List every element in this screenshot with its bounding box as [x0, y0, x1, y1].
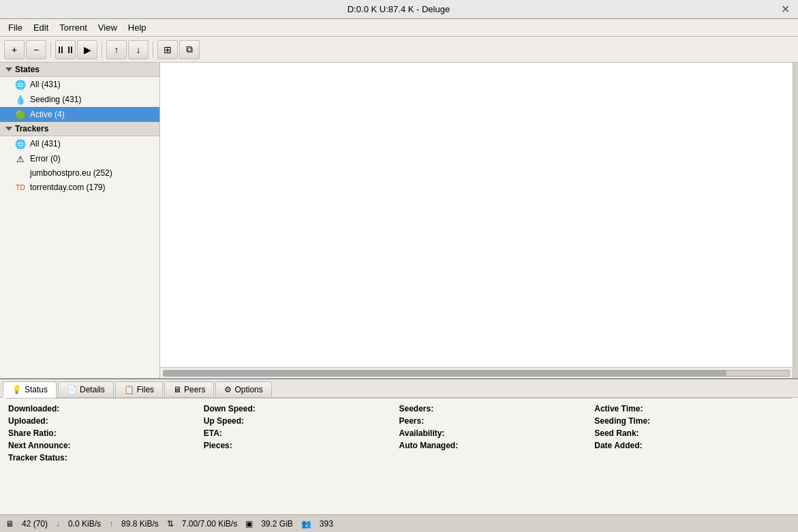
toolbar-separator-6: [153, 42, 153, 58]
status-field-seeders-: Seeders:: [399, 404, 595, 413]
status-column-col1: Downloaded:Uploaded:Share Ratio:Next Ann…: [8, 404, 204, 463]
sidebar-item-torrentday[interactable]: TDtorrentday.com (179): [0, 180, 159, 195]
menu-item-torrent[interactable]: Torrent: [54, 21, 92, 34]
sidebar-icon-all: 🌐: [15, 79, 26, 90]
up-speed: 89.8 KiB/s: [121, 519, 159, 529]
tab-label-details: Details: [80, 385, 105, 394]
sidebar-label-seeding: Seeding (431): [30, 95, 81, 104]
torrent-list: [160, 63, 793, 367]
status-label: Pieces:: [204, 441, 232, 450]
states-label: States: [15, 65, 40, 74]
sidebar-item-trackers_all[interactable]: 🌐All (431): [0, 136, 159, 151]
status-label: Date Added:: [594, 441, 642, 450]
trackers-collapse-icon: [5, 127, 12, 131]
status-label: Tracker Status:: [8, 453, 67, 463]
status-label: Auto Managed:: [399, 441, 459, 450]
connections-icon: 🖥: [5, 519, 14, 529]
down-speed: 0.0 KiB/s: [68, 519, 101, 529]
toolbar-btn-move_up[interactable]: ↑: [106, 40, 127, 59]
bottom-panel: 💡Status📄Details📋Files🖥Peers⚙Options Down…: [0, 378, 798, 514]
states-collapse-icon: [5, 67, 12, 72]
scrollbar-track[interactable]: [163, 370, 790, 377]
status-column-col3: Seeders:Peers:Availability:Auto Managed:: [399, 404, 595, 463]
tab-options[interactable]: ⚙Options: [215, 381, 271, 397]
sidebar-item-all[interactable]: 🌐All (431): [0, 77, 159, 92]
status-fields: Downloaded:Uploaded:Share Ratio:Next Ann…: [0, 398, 798, 468]
trackers-label: Trackers: [15, 124, 48, 134]
tab-details[interactable]: 📄Details: [58, 381, 114, 397]
down-speed-icon: ↓: [56, 519, 60, 529]
sidebar-item-seeding[interactable]: 💧Seeding (431): [0, 92, 159, 107]
tab-files[interactable]: 📋Files: [115, 381, 163, 397]
status-field-seeding-time-: Seeding Time:: [594, 416, 790, 426]
toolbar-btn-move_down[interactable]: ↓: [128, 40, 149, 59]
toolbar-btn-pause_all[interactable]: ⏸⏸: [55, 40, 76, 59]
tab-status[interactable]: 💡Status: [3, 381, 57, 398]
tab-icon-options: ⚙: [224, 385, 232, 394]
horizontal-scrollbar[interactable]: [160, 367, 793, 378]
disk-icon: ▣: [245, 519, 253, 529]
peers-icon: 👥: [301, 519, 311, 529]
menu-item-view[interactable]: View: [93, 21, 123, 34]
transfer-icon: ⇅: [167, 519, 174, 529]
status-label: Peers:: [399, 416, 425, 426]
tab-icon-peers: 🖥: [173, 385, 181, 394]
tab-peers[interactable]: 🖥Peers: [164, 381, 214, 397]
status-label: Seed Rank:: [594, 428, 639, 438]
toolbar-btn-preferences[interactable]: ⊞: [157, 40, 178, 59]
status-field-availability-: Availability:: [399, 428, 595, 438]
sidebar-label-trackers_all: All (431): [30, 139, 61, 148]
scrollbar-thumb: [164, 371, 726, 376]
close-button[interactable]: ✕: [778, 3, 793, 16]
sidebar-item-active[interactable]: 🟢Active (4): [0, 107, 159, 122]
status-label: Up Speed:: [204, 416, 244, 426]
toolbar-btn-resume[interactable]: ▶: [77, 40, 97, 59]
sidebar-icon-active: 🟢: [15, 109, 26, 120]
toolbar-btn-remove[interactable]: −: [26, 40, 46, 59]
status-column-col2: Down Speed:Up Speed:ETA:Pieces:: [204, 404, 399, 463]
toolbar-separator-4: [102, 42, 102, 58]
menu-item-file[interactable]: File: [3, 21, 28, 34]
status-field-seed-rank-: Seed Rank:: [594, 428, 790, 438]
tab-icon-details: 📄: [67, 385, 77, 394]
status-label: Downloaded:: [8, 404, 59, 413]
toolbar-separator-2: [50, 42, 51, 58]
sidebar-icon-trackers_all: 🌐: [15, 138, 26, 149]
resize-handle-right[interactable]: [793, 63, 798, 378]
toolbar-btn-add[interactable]: +: [4, 40, 25, 59]
toolbar-btn-connection[interactable]: ⧉: [179, 40, 200, 59]
status-label: ETA:: [204, 428, 222, 438]
sidebar-states-header[interactable]: States: [0, 63, 159, 77]
menu-item-edit[interactable]: Edit: [28, 21, 54, 34]
sidebar-label-all: All (431): [30, 80, 61, 89]
sidebar-icon-seeding: 💧: [15, 94, 26, 105]
sidebar-label-jumbohostpro: jumbohostpro.eu (252): [30, 168, 112, 178]
sidebar: States🌐All (431)💧Seeding (431)🟢Active (4…: [0, 63, 160, 378]
disk-space: 39.2 GiB: [261, 519, 293, 529]
status-label: Next Announce:: [8, 441, 71, 450]
tab-label-files: Files: [137, 385, 154, 394]
status-label: Uploaded:: [8, 416, 48, 426]
status-field-uploaded-: Uploaded:: [8, 416, 204, 426]
status-label: Seeders:: [399, 404, 434, 413]
status-field-date-added-: Date Added:: [594, 441, 790, 450]
toolbar: +−⏸⏸▶↑↓⊞⧉: [0, 37, 798, 63]
sidebar-label-torrentday: torrentday.com (179): [30, 183, 106, 192]
status-label: Seeding Time:: [594, 416, 650, 426]
status-label: Down Speed:: [204, 404, 256, 413]
status-label: Availability:: [399, 428, 445, 438]
sidebar-item-jumbohostpro[interactable]: jumbohostpro.eu (252): [0, 166, 159, 180]
statusbar: 🖥42 (70)↓0.0 KiB/s↑89.8 KiB/s⇅7.00/7.00 …: [0, 514, 798, 532]
status-field-peers-: Peers:: [399, 416, 595, 426]
sidebar-label-error: Error (0): [30, 154, 61, 163]
sidebar-item-error[interactable]: ⚠Error (0): [0, 151, 159, 166]
tab-icon-status: 💡: [12, 385, 22, 394]
status-field-downloaded-: Downloaded:: [8, 404, 204, 413]
tab-label-peers: Peers: [184, 385, 205, 394]
status-field-auto-managed-: Auto Managed:: [399, 441, 595, 450]
status-field-pieces-: Pieces:: [204, 441, 399, 450]
titlebar-title: D:0.0 K U:87.4 K - Deluge: [348, 4, 450, 14]
menu-item-help[interactable]: Help: [123, 21, 152, 34]
sidebar-trackers-header[interactable]: Trackers: [0, 122, 159, 136]
sidebar-icon-torrentday: TD: [15, 182, 26, 193]
